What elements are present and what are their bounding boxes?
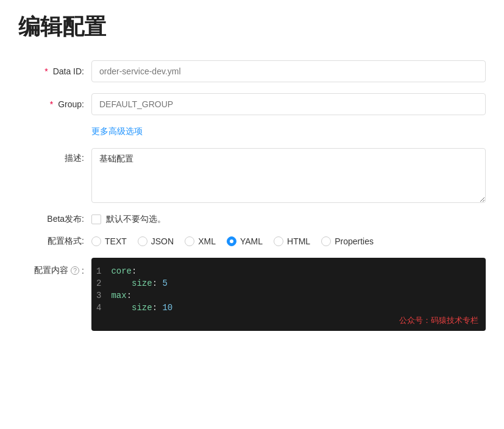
help-icon[interactable]: ?	[71, 266, 79, 275]
content-label-group: 配置内容 ? :	[18, 265, 84, 276]
description-row: 描述: 基础配置	[18, 148, 486, 203]
line-number-4: 4	[91, 303, 111, 313]
description-label: 描述:	[18, 148, 91, 164]
content-label: 配置内容	[34, 265, 68, 276]
data-id-row: * Data ID:	[18, 60, 486, 82]
format-json-label: JSON	[151, 236, 174, 246]
format-yaml-label: YAML	[240, 236, 263, 246]
watermark: 公众号：码猿技术专栏	[399, 315, 478, 326]
format-xml-radio[interactable]	[185, 236, 194, 246]
content-label-wrapper: 配置内容 ? :	[18, 258, 91, 276]
group-required: *	[50, 99, 53, 109]
content-row: 配置内容 ? : 1 core: 2 size: 5 3 max: 4 size…	[18, 258, 486, 331]
code-line-2: 2 size: 5	[91, 277, 486, 289]
format-label: 配置格式:	[18, 236, 91, 247]
page-title: 编辑配置	[18, 12, 486, 42]
data-id-label: * Data ID:	[18, 66, 91, 76]
format-json-radio[interactable]	[138, 236, 147, 246]
data-id-input[interactable]	[91, 60, 486, 82]
format-xml-label: XML	[198, 236, 216, 246]
beta-checkbox[interactable]	[91, 214, 101, 224]
format-yaml[interactable]: YAML	[227, 236, 263, 246]
format-html-radio[interactable]	[274, 236, 283, 246]
format-html[interactable]: HTML	[274, 236, 310, 246]
format-properties-radio[interactable]	[321, 236, 331, 246]
group-label: * Group:	[18, 99, 91, 109]
group-row: * Group:	[18, 93, 486, 115]
format-text[interactable]: TEXT	[91, 236, 127, 246]
code-line-1: 1 core:	[91, 265, 486, 277]
beta-row: Beta发布: 默认不要勾选。	[18, 214, 486, 225]
format-text-radio[interactable]	[91, 236, 101, 246]
line-number-2: 2	[91, 278, 111, 288]
format-html-label: HTML	[287, 236, 310, 246]
code-editor[interactable]: 1 core: 2 size: 5 3 max: 4 size: 10 公众号：…	[91, 258, 486, 331]
description-input[interactable]: 基础配置	[91, 148, 486, 203]
beta-checkbox-wrapper: 默认不要勾选。	[91, 214, 166, 225]
group-input[interactable]	[91, 93, 486, 115]
format-json[interactable]: JSON	[138, 236, 174, 246]
format-xml[interactable]: XML	[185, 236, 216, 246]
code-line-4: 4 size: 10	[91, 302, 486, 314]
format-row: 配置格式: TEXT JSON XML YAML HTML Properties	[18, 236, 486, 247]
data-id-required: *	[44, 66, 48, 76]
format-properties-label: Properties	[335, 236, 374, 246]
line-number-1: 1	[91, 266, 111, 276]
format-radio-group: TEXT JSON XML YAML HTML Properties	[91, 236, 374, 246]
line-number-3: 3	[91, 291, 111, 300]
format-yaml-radio[interactable]	[227, 236, 236, 246]
format-text-label: TEXT	[105, 236, 127, 246]
format-properties[interactable]: Properties	[321, 236, 374, 246]
beta-checkbox-label: 默认不要勾选。	[106, 214, 166, 225]
beta-label: Beta发布:	[18, 214, 91, 225]
code-line-3: 3 max:	[91, 289, 486, 302]
advanced-options-link[interactable]: 更多高级选项	[91, 126, 486, 137]
